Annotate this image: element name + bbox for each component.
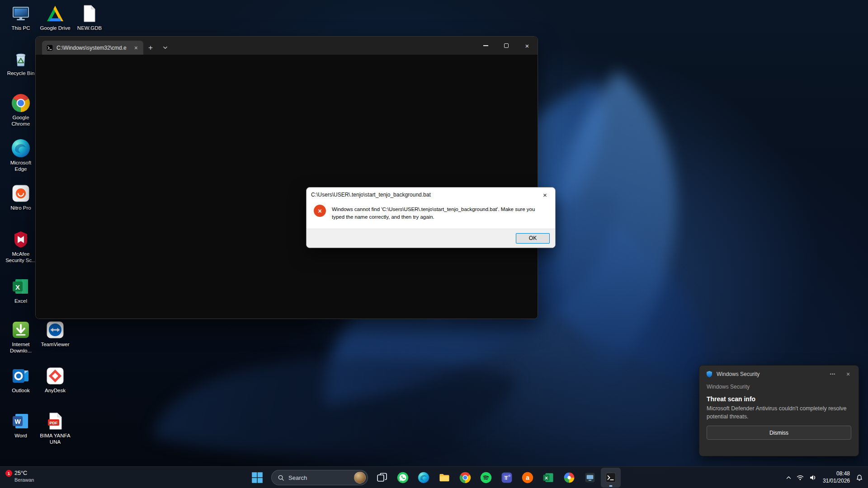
search-label: Search: [288, 474, 350, 481]
taskbar-whatsapp-button[interactable]: [393, 468, 413, 488]
notification-close-button[interactable]: ×: [842, 368, 854, 380]
notification-heading: Threat scan info: [699, 390, 859, 403]
edge-icon: [11, 138, 31, 158]
taskbar-avast-button[interactable]: a: [518, 468, 538, 488]
tray-date: 31/01/2026: [823, 478, 850, 485]
desktop-icon-outlook[interactable]: Outlook: [4, 366, 38, 394]
anydesk-icon: [45, 366, 65, 386]
taskbar-file-explorer-button[interactable]: [434, 468, 454, 488]
dialog-message: Windows cannot find 'C:\Users\USER\.tenj…: [332, 205, 547, 221]
windows-logo-icon: [251, 472, 263, 483]
google-drive-icon: [45, 4, 65, 23]
windows-security-notification: Windows Security ••• × Windows Security …: [699, 365, 859, 456]
excel-icon: X: [542, 472, 554, 483]
outlook-icon: [11, 366, 31, 386]
mcafee-icon: [11, 230, 31, 249]
desktop-icon-this-pc[interactable]: This PC: [4, 4, 38, 31]
ok-button[interactable]: OK: [516, 233, 550, 244]
dismiss-button[interactable]: Dismiss: [707, 426, 851, 440]
tray-overflow-button[interactable]: [783, 469, 794, 487]
task-view-icon: [376, 472, 388, 483]
desktop-icon-new-gdb[interactable]: NEW.GDB: [72, 4, 107, 31]
desktop-icon-excel[interactable]: X Excel: [4, 277, 38, 304]
new-tab-button[interactable]: +: [143, 41, 158, 55]
desktop-icon-idm[interactable]: Internet Downlo...: [4, 320, 38, 354]
taskbar-spotify-button[interactable]: [476, 468, 496, 488]
weather-widget[interactable]: 1 25°C Berawan: [5, 469, 34, 483]
chrome-icon: [459, 472, 471, 483]
notification-center-button[interactable]: [854, 469, 865, 487]
notification-app-name: Windows Security: [717, 371, 823, 377]
desktop-icon-recycle-bin[interactable]: Recycle Bin: [4, 49, 38, 76]
dialog-title: C:\Users\USER\.tenjo\start_tenjo_backgro…: [311, 192, 535, 198]
terminal-titlebar[interactable]: C:\Windows\system32\cmd.e × + ×: [36, 37, 538, 55]
dialog-close-button[interactable]: ×: [535, 188, 555, 202]
svg-text:T: T: [505, 475, 508, 481]
desktop-icon-nitro-pro[interactable]: Nitro Pro: [4, 183, 38, 211]
volume-icon: [809, 474, 817, 482]
monitor-app-icon: [584, 472, 596, 483]
minimize-button[interactable]: [475, 37, 496, 55]
minimize-icon: [483, 45, 488, 46]
weather-temperature: 25°C: [14, 469, 34, 477]
spotify-icon: [480, 472, 492, 483]
chevron-down-icon: [163, 45, 168, 50]
desktop-icon-label: Microsoft Edge: [4, 160, 38, 173]
desktop-icon-teamviewer[interactable]: TeamViewer: [38, 320, 72, 347]
desktop-icon-google-chrome[interactable]: Google Chrome: [4, 93, 38, 127]
word-icon: W: [11, 411, 31, 431]
file-icon: [80, 4, 99, 23]
desktop-icon-bima-yanfa-pdf[interactable]: PDF BIMA YANFA UNA: [38, 411, 72, 446]
tab-close-button[interactable]: ×: [132, 44, 140, 52]
error-icon: ×: [314, 205, 326, 217]
notification-body: Microsoft Defender Antivirus couldn't co…: [699, 403, 859, 421]
file-explorer-icon: [439, 472, 450, 483]
taskbar-terminal-button[interactable]: [601, 468, 621, 488]
wifi-button[interactable]: [794, 469, 807, 487]
taskbar-edge-button[interactable]: [414, 468, 434, 488]
desktop-icon-microsoft-edge[interactable]: Microsoft Edge: [4, 138, 38, 173]
desktop-icon-mcafee[interactable]: McAfee Security Sc...: [4, 230, 38, 264]
desktop-icon-label: Google Drive: [38, 25, 72, 31]
svg-text:X: X: [545, 475, 548, 480]
notification-subtitle: Windows Security: [699, 383, 859, 390]
taskbar-google-app-button[interactable]: [559, 468, 579, 488]
desktop-icon-label: BIMA YANFA UNA: [38, 432, 72, 446]
wifi-icon: [796, 474, 804, 482]
desktop-icon-label: NEW.GDB: [72, 25, 107, 31]
volume-button[interactable]: [807, 469, 819, 487]
taskbar-monitor-app-button[interactable]: [580, 468, 600, 488]
security-shield-icon: [706, 371, 713, 378]
pdf-icon: PDF: [45, 411, 65, 431]
terminal-icon: [605, 472, 617, 483]
taskbar-task-view-button[interactable]: [372, 468, 392, 488]
desktop-icon-anydesk[interactable]: AnyDesk: [38, 366, 72, 394]
maximize-button[interactable]: [496, 37, 517, 55]
taskbar-excel-button[interactable]: X: [538, 468, 558, 488]
edge-icon: [418, 472, 429, 483]
desktop-icon-label: This PC: [4, 25, 38, 31]
terminal-tab[interactable]: C:\Windows\system32\cmd.e ×: [42, 41, 143, 55]
desktop-icon-google-drive[interactable]: Google Drive: [38, 4, 72, 31]
desktop-icon-word[interactable]: W Word: [4, 411, 38, 439]
taskbar-teams-button[interactable]: T: [497, 468, 517, 488]
search-box[interactable]: Search: [271, 470, 368, 485]
taskbar-chrome-button[interactable]: [455, 468, 475, 488]
this-pc-icon: [11, 4, 31, 23]
tab-dropdown-button[interactable]: [158, 41, 172, 55]
svg-text:W: W: [14, 418, 21, 425]
start-button[interactable]: [247, 468, 267, 488]
desktop-icon-label: Internet Downlo...: [4, 341, 38, 354]
desktop-icon-label: TeamViewer: [38, 341, 72, 347]
terminal-tab-title: C:\Windows\system32\cmd.e: [57, 45, 129, 51]
close-button[interactable]: ×: [517, 37, 538, 55]
desktop-icon-label: Recycle Bin: [4, 70, 38, 76]
taskbar: 1 25°C Berawan Search: [0, 466, 868, 488]
chrome-icon: [11, 93, 31, 113]
desktop-icon-label: Word: [4, 432, 38, 439]
notification-more-button[interactable]: •••: [827, 368, 839, 380]
terminal-window: C:\Windows\system32\cmd.e × + ×: [35, 36, 538, 319]
search-icon: [278, 474, 284, 481]
dialog-titlebar[interactable]: C:\Users\USER\.tenjo\start_tenjo_backgro…: [307, 188, 555, 202]
clock-widget[interactable]: 08:48 31/01/2026: [819, 470, 854, 484]
